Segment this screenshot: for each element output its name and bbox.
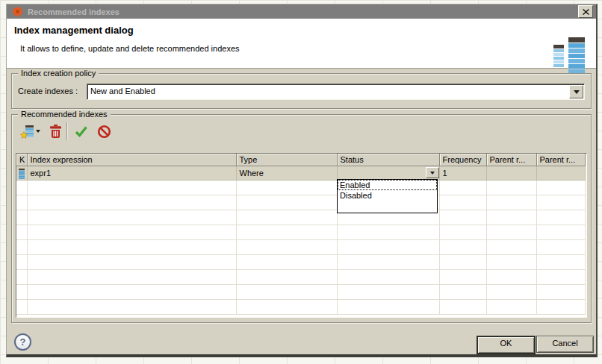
table-row-selected[interactable]: expr1 Where 1: [16, 166, 585, 181]
question-mark-icon: ?: [20, 336, 26, 348]
table-row-empty[interactable]: [16, 285, 585, 300]
index-columns-icon: [553, 37, 586, 76]
recommended-group-legend: Recommended indexes: [18, 110, 111, 119]
frequency-cell[interactable]: 1: [439, 166, 486, 181]
block-button[interactable]: [96, 124, 112, 139]
ok-button[interactable]: OK: [477, 336, 536, 354]
parent-cell-2[interactable]: [536, 166, 585, 181]
combobox-dropdown-button[interactable]: [569, 85, 583, 98]
status-dropdown-button[interactable]: [426, 167, 439, 178]
page-title: Index management dialog: [14, 25, 134, 36]
delete-index-button[interactable]: [49, 124, 63, 139]
combobox-value: New and Enabled: [90, 87, 155, 95]
close-button[interactable]: [578, 5, 593, 18]
chevron-down-icon: [430, 172, 435, 175]
column-header-frequency[interactable]: Frequency: [439, 154, 486, 166]
table-row-empty[interactable]: [16, 300, 585, 315]
table-row-empty[interactable]: [16, 181, 585, 195]
create-indexes-label: Create indexes :: [18, 87, 78, 95]
column-header-index-expression[interactable]: Index expression: [27, 154, 236, 166]
app-gear-icon: [11, 5, 24, 18]
toolbar-separator: [66, 122, 67, 140]
create-indexes-combobox[interactable]: New and Enabled: [87, 84, 585, 100]
delete-trash-icon: [49, 125, 62, 139]
table-row-empty[interactable]: [16, 210, 585, 225]
status-cell[interactable]: [337, 166, 439, 181]
dialog-header: Index management dialog It allows to def…: [7, 19, 596, 69]
index-table-body: expr1 Where 1: [16, 166, 585, 315]
add-index-button[interactable]: [19, 124, 35, 139]
indexes-table: K Index expression Type Status Frequency…: [16, 153, 587, 318]
status-dropdown-list: Enabled Disabled: [337, 179, 438, 213]
window-title: Recommended indexes: [28, 7, 578, 16]
validate-button[interactable]: [74, 125, 89, 138]
status-option-enabled[interactable]: Enabled: [338, 180, 437, 190]
status-option-disabled[interactable]: Disabled: [338, 190, 437, 201]
column-header-type[interactable]: Type: [236, 154, 337, 166]
cancel-button[interactable]: Cancel: [536, 336, 594, 353]
column-header-status[interactable]: Status: [337, 154, 439, 166]
key-cell: [16, 166, 27, 181]
validate-check-icon: [75, 126, 88, 137]
column-header-key[interactable]: K: [16, 154, 27, 166]
add-index-menu-button[interactable]: [35, 129, 41, 134]
table-row-empty[interactable]: [16, 225, 585, 240]
table-row-empty[interactable]: [16, 270, 585, 285]
help-button[interactable]: ?: [14, 333, 31, 351]
expression-cell[interactable]: expr1: [27, 166, 236, 181]
recommended-indexes-dialog: Recommended indexes Index management dia…: [6, 4, 598, 357]
table-row-empty[interactable]: [16, 240, 585, 255]
policy-group-legend: Index creation policy: [18, 69, 99, 78]
close-icon: [583, 9, 589, 15]
index-creation-policy-group: Index creation policy Create indexes : N…: [11, 73, 592, 109]
column-header-parent-1[interactable]: Parent r...: [486, 154, 536, 166]
block-icon: [97, 125, 111, 139]
recommended-indexes-group: Recommended indexes: [11, 114, 592, 323]
parent-cell-1[interactable]: [486, 166, 536, 181]
page-subtitle: It allows to define, update and delete r…: [20, 44, 240, 53]
table-row-empty[interactable]: [16, 255, 585, 270]
add-index-icon: [20, 125, 34, 139]
chevron-down-icon: [574, 90, 580, 94]
title-bar[interactable]: Recommended indexes: [7, 4, 596, 19]
type-cell[interactable]: Where: [236, 166, 337, 181]
table-row-empty[interactable]: [16, 195, 585, 210]
index-column-icon: [18, 169, 25, 179]
dropdown-arrow-icon: [36, 130, 40, 133]
table-header-row: K Index expression Type Status Frequency…: [16, 154, 585, 166]
indexes-toolbar: [19, 120, 112, 142]
column-header-parent-2[interactable]: Parent r...: [536, 154, 585, 166]
